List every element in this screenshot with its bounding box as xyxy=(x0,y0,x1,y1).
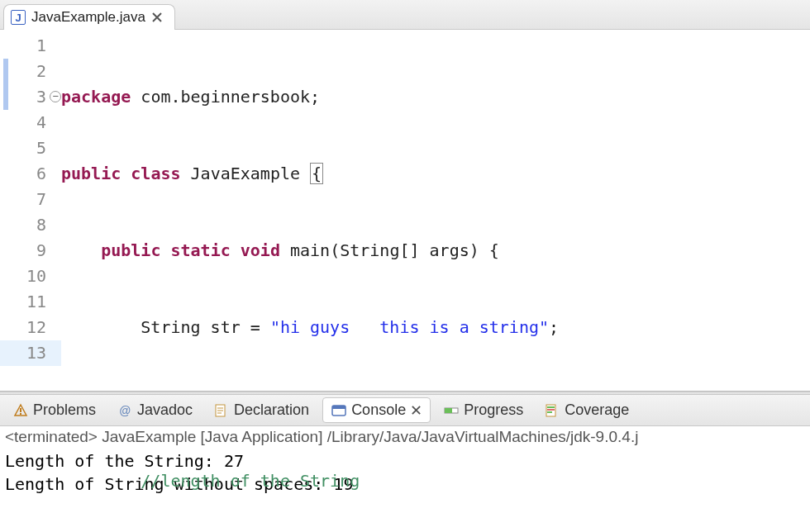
line-number: 10 xyxy=(0,264,61,289)
svg-rect-0 xyxy=(20,408,21,412)
code-line: package com.beginnersbook; xyxy=(61,84,810,110)
line-number: 9 xyxy=(0,238,61,264)
fold-toggle-icon[interactable]: − xyxy=(50,91,61,102)
svg-rect-1 xyxy=(20,413,21,415)
code-line xyxy=(61,392,810,417)
line-number: 4 xyxy=(0,110,61,135)
line-number: 13 xyxy=(0,340,61,366)
code-line: //length of the String xyxy=(61,468,810,494)
editor-tab-label: JavaExample.java xyxy=(31,9,145,26)
editor-tab[interactable]: J JavaExample.java xyxy=(3,4,175,30)
line-number: 3 − xyxy=(0,84,61,110)
line-number: 12 xyxy=(0,315,61,340)
line-number: 5 xyxy=(0,135,61,161)
line-number: 2 xyxy=(0,59,61,84)
code-editor[interactable]: 1 2 3 − 4 5 6 7 8 9 10 11 12 13 package … xyxy=(0,30,810,391)
code-line: public static void main(String[] args) { xyxy=(61,238,810,264)
line-number: 6 xyxy=(0,161,61,187)
line-number-gutter: 1 2 3 − 4 5 6 7 8 9 10 11 12 13 xyxy=(0,30,61,391)
code-line: public class JavaExample { xyxy=(61,161,810,187)
problems-icon xyxy=(13,403,28,418)
java-file-icon: J xyxy=(11,10,26,25)
close-icon[interactable] xyxy=(151,12,163,23)
line-number: 7 xyxy=(0,187,61,212)
code-area[interactable]: package com.beginnersbook; public class … xyxy=(61,30,810,391)
line-number: 8 xyxy=(0,212,61,238)
code-line: String str = "hi guys this is a string"; xyxy=(61,315,810,340)
line-number: 11 xyxy=(0,289,61,315)
editor-tabbar: J JavaExample.java xyxy=(0,0,810,30)
line-number: 1 xyxy=(0,33,61,59)
